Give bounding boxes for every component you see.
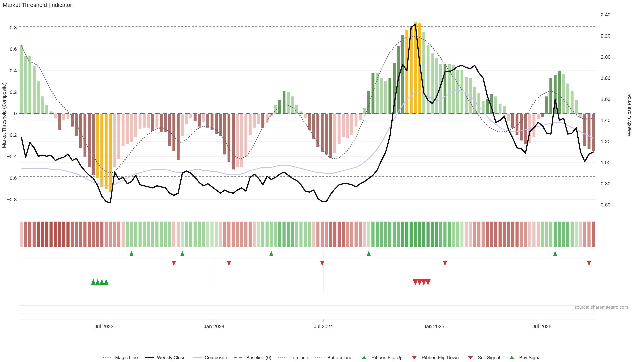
- ribbon-cell: [24, 222, 27, 247]
- buy-signal-marker: [104, 279, 109, 285]
- right-axis-tick: 2.20: [601, 33, 610, 38]
- ribbon-cell: [215, 222, 218, 247]
- legend-item-bottom-line[interactable]: Bottom Line: [314, 355, 352, 360]
- sell-signal-marker: [417, 279, 422, 285]
- sell-signal-marker: [413, 279, 418, 285]
- ribbon-cell: [176, 222, 180, 247]
- ribbon-flip-down-marker: [587, 261, 591, 266]
- right-axis-tick: 1.60: [601, 96, 610, 102]
- ribbon-cell: [550, 222, 552, 247]
- ribbon-cell: [431, 222, 434, 247]
- ribbon-cell: [494, 222, 497, 247]
- left-axis-tick: −0.6: [7, 175, 17, 181]
- solid-black-swatch-icon: [144, 355, 155, 360]
- ribbon-cell: [308, 222, 311, 247]
- ribbon-cell: [482, 222, 485, 247]
- ribbon-cell: [392, 222, 396, 247]
- left-axis-tick: 0: [14, 111, 17, 116]
- ribbon-cell: [566, 222, 569, 247]
- legend-item-label: Ribbon Flip Up: [372, 355, 402, 360]
- ribbon-cell: [304, 222, 307, 247]
- legend-item-ribbon-flip-down[interactable]: Ribbon Flip Down: [409, 355, 459, 360]
- ribbon-cell: [376, 222, 379, 247]
- ribbon-cell: [156, 222, 158, 247]
- chart-canvas: 0.80.60.40.20−0.2−0.4−0.6−0.82.402.202.0…: [0, 0, 644, 362]
- legend-item-label: Ribbon Flip Down: [422, 355, 459, 360]
- ribbon-cell: [325, 222, 328, 247]
- legend-item-composite[interactable]: Composite: [192, 355, 227, 360]
- ribbon-cell: [562, 222, 565, 247]
- ribbon-cell: [172, 222, 176, 247]
- ribbon-cell: [100, 222, 103, 247]
- ribbon-cell: [274, 222, 277, 247]
- legend-item-magic-line[interactable]: Magic Line: [102, 355, 138, 360]
- legend-item-weekly-close[interactable]: Weekly Close: [144, 355, 186, 360]
- ribbon-flip-up-marker: [367, 251, 371, 256]
- ribbon-cell: [456, 222, 459, 247]
- left-axis-tick: −0.2: [7, 132, 17, 138]
- ribbon-cell: [316, 222, 320, 247]
- ribbon-cell: [439, 222, 442, 247]
- ribbon-cell: [435, 222, 438, 247]
- ribbon-cell: [367, 222, 370, 247]
- ribbon-flip-down-marker: [172, 261, 176, 266]
- left-axis-tick: 0.4: [10, 68, 17, 73]
- ribbon-cell: [266, 222, 268, 247]
- ribbon-cell: [418, 222, 421, 247]
- ribbon-cell: [579, 222, 582, 247]
- ribbon-cell: [223, 222, 226, 247]
- ribbon-flip-up-marker: [130, 251, 134, 256]
- ribbon-cell: [426, 222, 430, 247]
- legend: Magic LineWeekly CloseCompositeBaseline …: [0, 353, 644, 362]
- ribbon-cell: [372, 222, 374, 247]
- legend-item-label: Sell Signal: [478, 355, 500, 360]
- ribbon-cell: [575, 222, 578, 247]
- x-axis-tick: Jul 2023: [94, 324, 113, 329]
- ribbon-cell: [558, 222, 561, 247]
- tri-up-green-swatch-icon: [359, 355, 370, 360]
- ribbon-cell: [240, 222, 243, 247]
- ribbon-cell: [58, 222, 61, 247]
- ribbon-flip-up-marker: [553, 251, 557, 256]
- ribbon-cell: [37, 222, 40, 247]
- ribbon-cell: [185, 222, 188, 247]
- buy-signal-marker: [91, 279, 96, 285]
- source-credit: source: sharemaestro.com: [574, 305, 628, 310]
- legend-item-sell-signal[interactable]: Sell Signal: [465, 355, 500, 360]
- ribbon-cell: [62, 222, 65, 247]
- ribbon-cell: [473, 222, 476, 247]
- ribbon-cell: [50, 222, 52, 247]
- plot-area[interactable]: [19, 14, 595, 216]
- ribbon-cell: [321, 222, 324, 247]
- ribbon-cell: [498, 222, 502, 247]
- ribbon-cell: [198, 222, 201, 247]
- sell-signal-marker: [425, 279, 431, 285]
- ribbon-cell: [532, 222, 536, 247]
- ribbon-cell: [117, 222, 120, 247]
- ribbon-cell: [219, 222, 222, 247]
- ribbon-cell: [189, 222, 192, 247]
- ribbon-cell: [138, 222, 142, 247]
- ribbon-cell: [143, 222, 146, 247]
- ribbon-cell: [405, 222, 408, 247]
- left-axis-tick: 0.2: [10, 89, 17, 95]
- legend-item-ribbon-flip-up[interactable]: Ribbon Flip Up: [359, 355, 402, 360]
- ribbon-cell: [444, 222, 446, 247]
- ribbon-cell: [486, 222, 489, 247]
- ribbon-cell: [342, 222, 345, 247]
- ribbon-cell: [96, 222, 99, 247]
- ribbon-cell: [490, 222, 493, 247]
- ribbon-cell: [520, 222, 523, 247]
- ribbon-cell: [338, 222, 340, 247]
- ribbon-cell: [122, 222, 124, 247]
- right-axis-tick: 1.80: [601, 75, 610, 81]
- legend-item-buy-signal[interactable]: Buy Signal: [506, 355, 542, 360]
- ribbon-flip-down-marker: [227, 261, 231, 266]
- legend-item-top-line[interactable]: Top Line: [278, 355, 308, 360]
- ribbon-cell: [130, 222, 133, 247]
- ribbon-cell: [88, 222, 91, 247]
- legend-item-baseline-0-[interactable]: Baseline (0): [234, 355, 271, 360]
- tri-down-red-swatch-icon: [409, 355, 420, 360]
- right-axis-tick: 0.60: [601, 202, 610, 207]
- left-axis-tick: 0.6: [10, 46, 17, 52]
